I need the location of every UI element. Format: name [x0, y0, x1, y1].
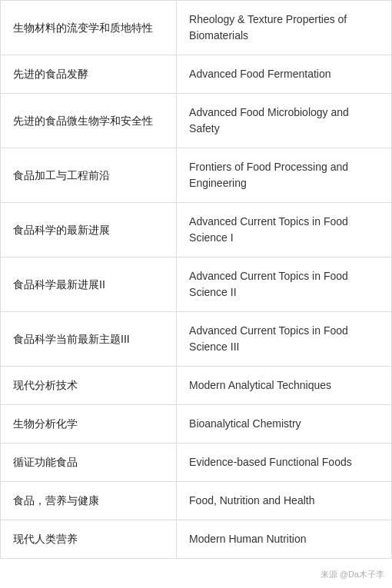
watermark: 来源 @Da木子李: [321, 569, 384, 580]
english-text: Frontiers of Food Processing and Enginee…: [177, 148, 392, 203]
chinese-text: 生物分析化学: [1, 405, 177, 443]
english-text: Advanced Current Topics in Food Science …: [177, 203, 392, 257]
chinese-text: 先进的食品发酵: [1, 55, 177, 94]
english-text: Rheology & Texture Properties of Biomate…: [177, 1, 392, 55]
chinese-text: 现代人类营养: [1, 520, 177, 559]
chinese-text: 循证功能食品: [1, 443, 177, 482]
english-text: Advanced Food Microbiology and Safety: [177, 94, 392, 148]
english-text: Modern Analytical Techniques: [177, 367, 392, 405]
chinese-text: 食品科学的最新进展: [1, 203, 177, 257]
table-row: 食品，营养与健康Food, Nutrition and Health: [1, 482, 392, 520]
english-text: Advanced Current Topics in Food Science …: [177, 257, 392, 312]
chinese-text: 食品加工与工程前沿: [1, 148, 177, 203]
table-row: 先进的食品微生物学和安全性Advanced Food Microbiology …: [1, 94, 392, 148]
table-row: 现代分析技术Modern Analytical Techniques: [1, 367, 392, 405]
english-text: Bioanalytical Chemistry: [177, 405, 392, 443]
english-text: Evidence-based Functional Foods: [177, 443, 392, 482]
table-row: 食品科学当前最新主题IIIAdvanced Current Topics in …: [1, 312, 392, 367]
chinese-text: 食品科学最新进展II: [1, 257, 177, 312]
english-text: Food, Nutrition and Health: [177, 482, 392, 520]
table-row: 生物材料的流变学和质地特性Rheology & Texture Properti…: [1, 1, 392, 55]
english-text: Advanced Current Topics in Food Science …: [177, 312, 392, 367]
table-row: 食品科学的最新进展Advanced Current Topics in Food…: [1, 203, 392, 257]
english-text: Modern Human Nutrition: [177, 520, 392, 559]
table-row: 循证功能食品Evidence-based Functional Foods: [1, 443, 392, 482]
courses-table: 生物材料的流变学和质地特性Rheology & Texture Properti…: [0, 0, 392, 559]
chinese-text: 生物材料的流变学和质地特性: [1, 1, 177, 55]
table-row: 现代人类营养Modern Human Nutrition: [1, 520, 392, 559]
chinese-text: 先进的食品微生物学和安全性: [1, 94, 177, 148]
chinese-text: 现代分析技术: [1, 367, 177, 405]
table-row: 食品加工与工程前沿Frontiers of Food Processing an…: [1, 148, 392, 203]
chinese-text: 食品科学当前最新主题III: [1, 312, 177, 367]
table-row: 生物分析化学Bioanalytical Chemistry: [1, 405, 392, 443]
table-row: 食品科学最新进展IIAdvanced Current Topics in Foo…: [1, 257, 392, 312]
chinese-text: 食品，营养与健康: [1, 482, 177, 520]
table-row: 先进的食品发酵Advanced Food Fermentation: [1, 55, 392, 94]
english-text: Advanced Food Fermentation: [177, 55, 392, 94]
